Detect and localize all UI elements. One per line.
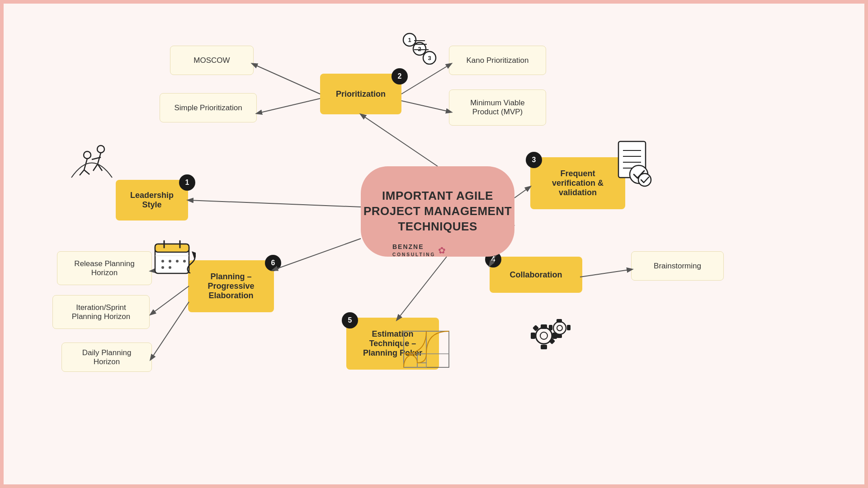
svg-line-30 (84, 170, 90, 174)
prioritization-badge: 2 (392, 68, 408, 84)
svg-line-1 (252, 64, 320, 94)
planning-label: Planning – Progressive Elaboration (208, 272, 254, 300)
svg-line-2 (257, 99, 320, 113)
svg-rect-55 (426, 331, 449, 354)
mvp-node: Minimum Viable Product (MVP) (449, 89, 546, 126)
prioritization-label: Prioritization (336, 89, 386, 99)
collaboration-label: Collaboration (510, 270, 562, 280)
svg-rect-54 (404, 331, 426, 354)
frequent-label: Frequent verification & validation (552, 169, 604, 197)
svg-point-69 (169, 266, 171, 269)
svg-rect-50 (557, 334, 562, 338)
iteration-label: Iteration/Sprint Planning Horizon (72, 303, 130, 321)
leadership-icon (67, 139, 117, 182)
svg-line-5 (188, 200, 361, 207)
center-line1: IMPORTANT AGILE (382, 189, 493, 202)
svg-rect-56 (404, 354, 417, 367)
svg-line-29 (80, 170, 84, 175)
brainstorming-label: Brainstorming (654, 262, 701, 271)
center-line2: PROJECT MANAGEMENT (363, 204, 512, 218)
svg-point-24 (84, 151, 91, 159)
mvp-label: Minimum Viable Product (MVP) (470, 99, 525, 117)
svg-line-8 (580, 269, 632, 277)
svg-point-23 (97, 145, 104, 153)
frequent-node: Frequent verification & validation (530, 157, 625, 209)
svg-rect-51 (549, 325, 552, 330)
svg-point-64 (161, 260, 164, 263)
svg-line-13 (151, 302, 189, 360)
moscow-label: MOSCOW (193, 56, 230, 65)
svg-point-66 (176, 260, 179, 263)
svg-rect-60 (155, 244, 189, 252)
verification-icon (614, 139, 655, 191)
svg-text:1: 1 (408, 37, 411, 43)
svg-point-38 (638, 174, 651, 186)
prioritization-icon: 1 2 3 (401, 31, 438, 65)
svg-point-48 (557, 325, 562, 331)
svg-rect-42 (541, 345, 547, 349)
logo-text: BENZNECONSULTING (392, 243, 435, 258)
planning-icon (153, 239, 196, 279)
frequent-badge: 3 (526, 152, 542, 168)
logo-flower-icon: ✿ (438, 245, 446, 256)
simple-prio-label: Simple Prioritization (174, 103, 242, 113)
svg-point-67 (183, 260, 186, 263)
iteration-sprint-node: Iteration/Sprint Planning Horizon (52, 295, 150, 329)
brainstorming-node: Brainstorming (631, 251, 724, 281)
prioritization-icon-area: 1 2 3 (401, 31, 438, 70)
estimation-icon (401, 329, 451, 371)
main-canvas: IMPORTANT AGILE PROJECT MANAGEMENT TECHN… (0, 0, 868, 488)
svg-rect-43 (531, 333, 535, 339)
planning-node: Planning – Progressive Elaboration (188, 260, 274, 312)
svg-rect-46 (549, 338, 555, 344)
daily-planning-node: Daily Planning Horizon (61, 343, 152, 372)
leadership-label: Leadership Style (130, 191, 174, 210)
center-line3: TECHNIQUES (398, 220, 477, 233)
svg-line-0 (361, 114, 438, 166)
kano-label: Kano Prioritization (467, 56, 529, 65)
svg-rect-41 (541, 324, 547, 329)
release-planning-node: Release Planning Horizon (57, 251, 152, 285)
svg-point-68 (161, 266, 164, 269)
svg-text:2: 2 (418, 46, 421, 52)
planning-badge: 6 (265, 255, 281, 271)
logo: BENZNECONSULTING ✿ (392, 243, 446, 258)
daily-label: Daily Planning Horizon (71, 348, 142, 366)
svg-point-47 (553, 322, 566, 334)
svg-line-27 (93, 164, 98, 171)
svg-line-10 (273, 239, 361, 270)
leadership-badge: 1 (179, 174, 195, 191)
prioritization-node: Prioritization (320, 74, 401, 114)
estimation-badge: 5 (342, 312, 358, 328)
svg-line-9 (397, 257, 447, 320)
svg-rect-58 (417, 363, 426, 367)
collaboration-icon (524, 311, 578, 362)
kano-node: Kano Prioritization (449, 46, 546, 75)
svg-rect-52 (567, 325, 571, 330)
svg-point-65 (169, 260, 171, 263)
svg-rect-57 (417, 354, 426, 363)
simple-prioritization-node: Simple Prioritization (160, 93, 257, 122)
svg-text:3: 3 (428, 55, 431, 61)
svg-line-6 (514, 187, 530, 198)
release-label: Release Planning Horizon (74, 259, 134, 277)
svg-point-40 (540, 332, 547, 339)
moscow-node: MOSCOW (170, 46, 254, 75)
svg-line-4 (401, 101, 451, 112)
svg-rect-49 (557, 319, 562, 323)
center-title: IMPORTANT AGILE PROJECT MANAGEMENT TECHN… (363, 188, 512, 234)
leadership-node: Leadership Style (116, 180, 188, 221)
svg-line-12 (151, 286, 189, 314)
collaboration-node: Collaboration (490, 257, 582, 293)
